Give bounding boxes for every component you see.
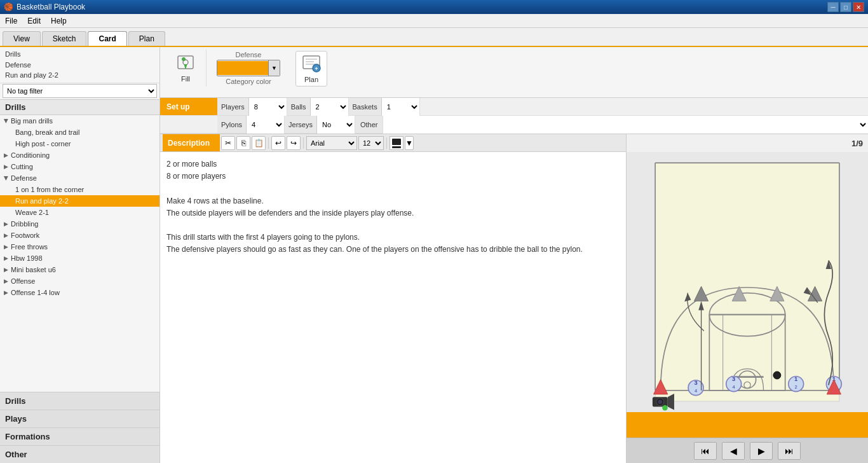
court-header: 1/9 bbox=[627, 134, 868, 152]
titlebar-title: 🏀 Basketball Playbook bbox=[4, 3, 85, 11]
tab-plan[interactable]: Plan bbox=[128, 31, 165, 46]
setup-jerseys-label: Jerseys bbox=[285, 116, 316, 133]
sidebar-item-mini-basket[interactable]: ▶ Mini basket u6 bbox=[0, 264, 159, 275]
minimize-button[interactable]: ─ bbox=[827, 2, 839, 12]
tag-filter-select[interactable]: No tag filter bbox=[3, 84, 157, 98]
close-button[interactable]: ✕ bbox=[853, 2, 864, 12]
setup-pylons-select[interactable]: 4 bbox=[246, 116, 284, 134]
setup-other-field: Other bbox=[355, 116, 868, 133]
breadcrumb-line3: Run and play 2-2 bbox=[5, 70, 154, 81]
menu-help[interactable]: Help bbox=[46, 14, 72, 27]
svg-text:4: 4 bbox=[733, 384, 736, 390]
ribbon-fill-group: Fill bbox=[165, 50, 207, 86]
font-size-select[interactable]: 12 bbox=[358, 136, 384, 150]
cut-button[interactable]: ✂ bbox=[221, 136, 235, 150]
tab-card[interactable]: Card bbox=[88, 31, 126, 46]
app-icon: 🏀 bbox=[4, 3, 13, 11]
setup-players-select[interactable]: 8 bbox=[248, 98, 287, 116]
sidebar-item-big-man-drills[interactable]: ▶ Big man drills bbox=[0, 115, 159, 127]
font-select[interactable]: Arial bbox=[306, 136, 357, 150]
font-color-button[interactable] bbox=[390, 136, 403, 150]
breadcrumb-line2: Defense bbox=[5, 60, 154, 71]
category-label: Defense bbox=[11, 174, 37, 182]
court-canvas: 3 4 3 4 1 2 1 2 bbox=[627, 152, 868, 412]
plan-button[interactable]: + Plan bbox=[295, 51, 327, 86]
nav-last-button[interactable]: ⏭ bbox=[778, 442, 801, 460]
svg-point-55 bbox=[662, 405, 668, 411]
undo-button[interactable]: ↩ bbox=[271, 136, 285, 150]
color-dropdown-arrow[interactable]: ▼ bbox=[268, 60, 280, 76]
titlebar: 🏀 Basketball Playbook ─ □ ✕ bbox=[0, 0, 868, 14]
sidebar-formations-bottom[interactable]: Formations bbox=[0, 427, 159, 445]
maximize-button[interactable]: □ bbox=[840, 2, 851, 12]
category-label: Big man drills bbox=[11, 117, 53, 125]
svg-text:4: 4 bbox=[695, 388, 698, 394]
category-label: Mini basket u6 bbox=[11, 266, 56, 273]
desc-line-6: The defensive players should go as fast … bbox=[166, 244, 620, 256]
fill-label: Fill bbox=[181, 75, 190, 83]
nav-prev-button[interactable]: ◀ bbox=[722, 442, 745, 460]
sidebar-item-1on1[interactable]: 1 on 1 from the corner bbox=[0, 184, 159, 195]
menu-file[interactable]: File bbox=[0, 14, 22, 27]
sidebar-item-dribbling[interactable]: ▶ Dribbling bbox=[0, 218, 159, 230]
sidebar-item-footwork[interactable]: ▶ Footwork bbox=[0, 230, 159, 241]
sidebar-item-conditioning[interactable]: ▶ Conditioning bbox=[0, 149, 159, 161]
svg-point-25 bbox=[773, 371, 781, 379]
svg-rect-12 bbox=[655, 163, 839, 401]
expand-icon: ▶ bbox=[4, 221, 8, 227]
copy-button[interactable]: ⎘ bbox=[236, 136, 250, 150]
desc-line-5: This drill starts with the first 4 playe… bbox=[166, 232, 620, 244]
expand-icon: ▶ bbox=[4, 152, 8, 158]
category-label: Offense 1-4 low bbox=[11, 289, 60, 296]
sidebar-drills-bottom[interactable]: Drills bbox=[0, 392, 159, 410]
sidebar-item-high-post[interactable]: High post - corner bbox=[0, 138, 159, 149]
svg-point-2 bbox=[182, 58, 186, 61]
desc-area: Description ✂ ⎘ 📋 ↩ ↪ Arial 12 bbox=[160, 134, 868, 463]
sidebar-item-offense[interactable]: ▶ Offense bbox=[0, 275, 159, 287]
category-label: Offense bbox=[11, 277, 35, 285]
sidebar-other-bottom[interactable]: Other bbox=[0, 445, 159, 463]
desc-line-3: Make 4 rows at the baseline. bbox=[166, 195, 620, 207]
ribbon-plan-group: + Plan bbox=[290, 50, 332, 88]
svg-text:3: 3 bbox=[694, 380, 697, 386]
font-color-dropdown[interactable]: ▼ bbox=[405, 136, 414, 150]
expand-icon: ▶ bbox=[4, 278, 8, 284]
svg-text:+: + bbox=[315, 66, 318, 72]
nav-next-button[interactable]: ▶ bbox=[750, 442, 773, 460]
setup-other-select[interactable] bbox=[383, 116, 868, 134]
sidebar-item-hbw[interactable]: ▶ Hbw 1998 bbox=[0, 252, 159, 264]
svg-text:1: 1 bbox=[794, 376, 797, 382]
setup-other-label: Other bbox=[355, 116, 384, 133]
category-color-button[interactable]: ▼ bbox=[217, 60, 280, 76]
redo-button[interactable]: ↪ bbox=[287, 136, 301, 150]
sidebar-item-cutting[interactable]: ▶ Cutting bbox=[0, 161, 159, 172]
category-color-label: Category color bbox=[226, 78, 271, 85]
paste-button[interactable]: 📋 bbox=[252, 136, 266, 150]
titlebar-controls[interactable]: ─ □ ✕ bbox=[827, 2, 864, 12]
desc-line-4: The outside players will be defenders an… bbox=[166, 207, 620, 219]
sidebar-item-free-throws[interactable]: ▶ Free throws bbox=[0, 241, 159, 252]
sidebar-item-offense-14[interactable]: ▶ Offense 1-4 low bbox=[0, 287, 159, 298]
main-layout: Drills Defense Run and play 2-2 No tag f… bbox=[0, 47, 868, 463]
fill-button[interactable]: Fill bbox=[170, 51, 201, 85]
sidebar-item-bang-break[interactable]: Bang, break and trail bbox=[0, 127, 159, 138]
court-footer bbox=[627, 412, 868, 438]
toolbar-separator-3 bbox=[386, 137, 387, 149]
ribbon-category-color-group: Defense ▼ Category color bbox=[212, 50, 285, 86]
svg-rect-10 bbox=[392, 146, 401, 148]
setup-baskets-select[interactable]: 1 bbox=[381, 98, 419, 116]
sidebar-plays-bottom[interactable]: Plays bbox=[0, 410, 159, 427]
tab-view[interactable]: View bbox=[3, 31, 41, 46]
sidebar-item-weave[interactable]: Weave 2-1 bbox=[0, 207, 159, 218]
court-area: 1/9 bbox=[627, 134, 868, 463]
tag-filter[interactable]: No tag filter bbox=[0, 83, 159, 100]
setup-jerseys-select[interactable]: No bbox=[316, 116, 355, 134]
sidebar-tree: ▶ Big man drills Bang, break and trail H… bbox=[0, 115, 159, 392]
setup-balls-select[interactable]: 2 bbox=[310, 98, 348, 116]
sidebar-item-defense[interactable]: ▶ Defense bbox=[0, 172, 159, 184]
nav-first-button[interactable]: ⏮ bbox=[694, 442, 717, 460]
tab-sketch[interactable]: Sketch bbox=[42, 31, 87, 46]
sidebar-item-run-play[interactable]: Run and play 2-2 bbox=[0, 195, 159, 207]
setup-pylons-field: Pylons 4 bbox=[217, 116, 285, 133]
menu-edit[interactable]: Edit bbox=[22, 14, 46, 27]
